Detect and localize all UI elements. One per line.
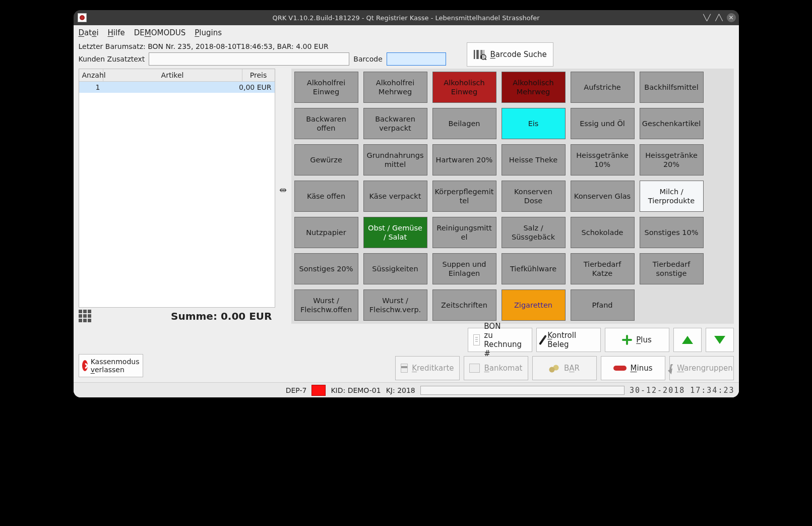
statusbar: DEP-7 KID: DEMO-01 KJ: 2018 30-12-2018 1… — [74, 382, 739, 397]
category-button[interactable]: Suppen und Einlagen — [432, 253, 496, 284]
barcode-search-label: Barcode Suche — [490, 50, 547, 59]
category-button[interactable]: Tierbedarf sonstige — [640, 253, 704, 284]
customer-extra-input[interactable] — [149, 52, 349, 66]
triangle-down-icon — [714, 336, 725, 344]
category-button[interactable]: Konserven Dose — [502, 181, 566, 212]
status-indicator-icon — [311, 385, 326, 396]
category-button[interactable]: Eis — [502, 108, 566, 139]
category-button[interactable]: Milch / Tierprodukte — [640, 181, 704, 212]
category-button[interactable]: Reinigungsmittel — [432, 217, 496, 248]
category-button[interactable]: Pfand — [571, 289, 635, 321]
pen-icon — [539, 335, 547, 345]
category-button[interactable]: Alkoholfrei Einweg — [294, 72, 358, 103]
category-button[interactable]: Nutzpapier — [294, 217, 358, 248]
status-dep: DEP-7 — [286, 386, 307, 394]
app-window: QRK V1.10.2.Build-181229 - Qt Registrier… — [74, 10, 739, 397]
cell-qty: 1 — [79, 82, 103, 93]
category-button[interactable]: Süssigkeiten — [363, 253, 427, 284]
category-button[interactable]: Backwaren verpackt — [363, 108, 427, 139]
category-button[interactable]: Sonstiges 20% — [294, 253, 358, 284]
minus-icon — [613, 366, 627, 371]
credit-card-icon — [401, 364, 408, 373]
category-button[interactable]: Heissgetränke 20% — [640, 144, 704, 176]
menu-plugins[interactable]: Plugins — [195, 28, 222, 37]
category-button[interactable]: Tiefkühlware — [502, 253, 566, 284]
minimize-icon[interactable]: ╲╱ — [703, 13, 712, 22]
app-icon — [78, 13, 87, 22]
customer-extra-label: Kunden Zusatztext — [79, 55, 145, 63]
status-kid: KID: DEMO-01 — [331, 386, 381, 394]
category-button[interactable]: Backhilfsmittel — [640, 72, 704, 103]
category-button[interactable]: Körperpflegemittel — [432, 181, 496, 212]
category-button[interactable]: Grundnahrungsmittel — [363, 144, 427, 176]
splitter-handle[interactable]: ⇹ — [278, 69, 288, 195]
col-price[interactable]: Preis — [242, 69, 275, 81]
col-article[interactable]: Artikel — [103, 69, 242, 81]
category-button[interactable]: Backwaren offen — [294, 108, 358, 139]
category-button[interactable]: Heissgetränke 10% — [571, 144, 635, 176]
status-date: 30-12-2018 — [630, 386, 685, 395]
barcode-icon — [473, 49, 486, 60]
status-kj: KJ: 2018 — [386, 386, 415, 394]
document-icon — [473, 334, 480, 345]
receipt-table: Anzahl Artikel Preis 10,00 EUR — [79, 69, 275, 308]
scroll-down-button[interactable] — [706, 328, 734, 352]
svg-line-7 — [485, 59, 486, 60]
menu-demomodus[interactable]: DEMOMODUS — [134, 28, 186, 37]
category-button[interactable]: Wurst / Fleischw.verp. — [363, 289, 427, 321]
category-button[interactable]: Alkoholisch Mehrweg — [502, 72, 566, 103]
category-button[interactable]: Tierbedarf Katze — [571, 253, 635, 284]
close-circle-icon — [82, 360, 88, 371]
sum-label: Summe: 0.00 EUR — [171, 310, 274, 322]
barcode-label: Barcode — [353, 55, 382, 63]
category-button[interactable]: Beilagen — [432, 108, 496, 139]
category-button[interactable]: Sonstiges 10% — [640, 217, 704, 248]
exit-label: Kassenmodus verlassen — [91, 358, 140, 374]
plus-button[interactable]: Plus — [605, 328, 669, 352]
table-row[interactable]: 10,00 EUR — [79, 82, 275, 93]
last-turnover-text: Letzter Barumsatz: BON Nr. 235, 2018-08-… — [79, 42, 329, 50]
category-button[interactable]: Essig und Öl — [571, 108, 635, 139]
kontroll-beleg-label: Kontroll Beleg — [547, 331, 595, 349]
bon-to-invoice-button[interactable]: BON zu Rechnung # — [468, 328, 532, 352]
category-button[interactable]: Geschenkartikel — [640, 108, 704, 139]
category-button[interactable]: Aufstriche — [571, 72, 635, 103]
exit-register-mode-button[interactable]: Kassenmodus verlassen — [79, 354, 143, 377]
category-button[interactable]: Wurst / Fleischw.offen — [294, 289, 358, 321]
plus-label: Plus — [636, 335, 652, 344]
cell-article — [103, 82, 234, 93]
titlebar[interactable]: QRK V1.10.2.Build-181229 - Qt Registrier… — [74, 10, 739, 25]
category-button[interactable]: Zeitschriften — [432, 289, 496, 321]
category-button[interactable]: Gewürze — [294, 144, 358, 176]
triangle-up-icon — [682, 336, 693, 344]
category-button[interactable]: Salz / Süssgebäck — [502, 217, 566, 248]
category-button[interactable]: Alkoholfrei Mehrweg — [363, 72, 427, 103]
window-title: QRK V1.10.2.Build-181229 - Qt Registrier… — [74, 14, 739, 22]
category-button[interactable]: Schokolade — [571, 217, 635, 248]
bon-to-invoice-label: BON zu Rechnung # — [484, 322, 526, 358]
scroll-up-button[interactable] — [673, 328, 702, 352]
category-button[interactable]: Zigaretten — [502, 289, 566, 321]
barcode-search-button[interactable]: Barcode Suche — [467, 42, 553, 67]
keypad-icon[interactable] — [79, 310, 92, 323]
close-icon[interactable]: ✕ — [727, 13, 736, 22]
barcode-input[interactable] — [387, 52, 446, 66]
plus-icon — [622, 335, 632, 345]
category-button[interactable]: Käse verpackt — [363, 181, 427, 212]
status-time: 17:34:23 — [690, 386, 734, 395]
col-qty[interactable]: Anzahl — [79, 69, 103, 81]
status-progress — [420, 386, 624, 395]
category-button[interactable]: Obst / Gemüse / Salat — [363, 217, 427, 248]
category-button[interactable]: Hartwaren 20% — [432, 144, 496, 176]
cell-price: 0,00 EUR — [234, 82, 275, 93]
category-panel: Alkoholfrei EinwegAlkoholfrei MehrwegAlk… — [291, 69, 734, 324]
kontroll-beleg-button[interactable]: Kontroll Beleg — [536, 328, 601, 352]
category-button[interactable]: Heisse Theke — [502, 144, 566, 176]
maximize-icon[interactable]: ╱╲ — [715, 13, 724, 22]
menubar: Datei Hilfe DEMOMODUS Plugins — [74, 25, 739, 40]
category-button[interactable]: Käse offen — [294, 181, 358, 212]
menu-file[interactable]: Datei — [79, 28, 99, 37]
menu-help[interactable]: Hilfe — [108, 28, 125, 37]
category-button[interactable]: Alkoholisch Einweg — [432, 72, 496, 103]
category-button[interactable]: Konserven Glas — [571, 181, 635, 212]
